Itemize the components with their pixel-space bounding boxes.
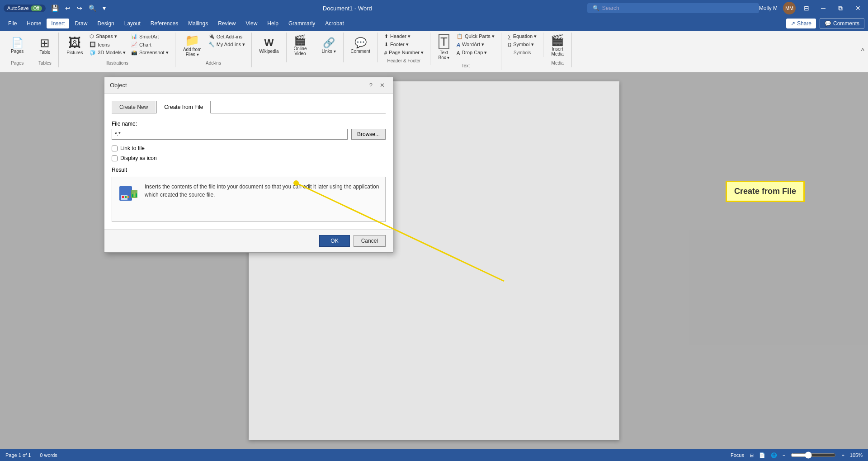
ribbon-btn-addfiles[interactable]: 📁 Add fromFiles ▾ [180,33,205,59]
ribbon-group-symbols: ∑ Equation ▾ Ω Symbol ▾ Symbols [501,33,543,57]
tab-create-new[interactable]: Create New [112,101,156,113]
menu-grammarly[interactable]: Grammarly [284,19,320,28]
layout-icon[interactable]: ⊟ [801,4,812,13]
dialog-help-button[interactable]: ? [367,81,375,89]
dialog-close-button[interactable]: ✕ [377,81,387,89]
header-icon: ⬆ [384,33,388,39]
restore-button[interactable]: ⧉ [835,4,846,13]
illustrations-col: ⬡ Shapes ▾ 🔲 Icons 🧊 3D Models ▾ [88,33,127,56]
ribbon-btn-getaddins[interactable]: 🔌 Get Add-ins [207,33,247,40]
ribbon-btn-myaddins[interactable]: 🔧 My Add-ins ▾ [207,41,247,48]
ribbon-collapse-btn[interactable]: ^ [861,47,864,56]
ribbon-btn-pictures[interactable]: 🖼 Pictures [63,33,86,59]
comments-icon: 💬 [825,20,831,27]
close-button[interactable]: ✕ [852,4,864,13]
ribbon-btn-table[interactable]: ⊞ Table [36,33,54,59]
ribbon-group-pages: 📄 Pages Pages [4,33,31,67]
ribbon-btn-textbox[interactable]: T TextBox ▾ [435,33,453,61]
customize-icon[interactable]: ▾ [101,4,108,13]
view-web-icon[interactable]: 🌐 [771,452,777,458]
ribbon-btn-pages[interactable]: 📄 Pages [8,33,26,59]
ribbon-btn-onlinevideo[interactable]: 🎬 OnlineVideo [291,33,310,59]
zoom-in-icon[interactable]: + [841,452,844,458]
menu-design[interactable]: Design [93,19,118,28]
file-name-field: File name: Browse... [112,121,386,140]
ribbon-btn-wordart[interactable]: A WordArt ▾ [455,41,496,48]
link-to-file-label: Link to file [120,145,145,151]
menu-insert[interactable]: Insert [47,19,69,28]
menu-help[interactable]: Help [263,19,283,28]
ribbon-btn-screenshot[interactable]: 📸 Screenshot ▾ [129,49,170,56]
ribbon-btn-links[interactable]: 🔗 Links ▾ [319,33,338,59]
ribbon-btn-symbol[interactable]: Ω Symbol ▾ [506,41,538,48]
smartart-icon: 📊 [131,33,137,39]
ribbon-btn-pagenumber[interactable]: # Page Number ▾ [382,49,425,56]
redo-icon[interactable]: ↪ [75,4,84,13]
autosave-toggle[interactable]: AutoSave Off [4,5,46,12]
save-icon[interactable]: 💾 [49,4,61,13]
ribbon-btn-3dmodels[interactable]: 🧊 3D Models ▾ [88,49,127,56]
ribbon: 📄 Pages Pages ⊞ Table Tables 🖼 Pictures … [0,31,868,72]
menu-acrobat[interactable]: Acrobat [321,19,348,28]
autosave-label: AutoSave [7,5,29,11]
comments-button[interactable]: 💬 Comments [820,18,864,29]
cancel-button[interactable]: Cancel [354,235,386,247]
ribbon-btn-quickparts[interactable]: 📋 Quick Parts ▾ [455,33,496,40]
callout-label: Create from File [734,187,796,196]
addfiles-icon: 📁 [185,34,199,46]
ribbon-btn-equation[interactable]: ∑ Equation ▾ [506,33,538,40]
file-name-input[interactable] [112,129,348,140]
undo-icon[interactable]: ↩ [63,4,72,13]
minimize-button[interactable]: ─ [817,4,829,13]
zoom-out-icon[interactable]: − [783,452,785,458]
avatar: MM [783,2,796,14]
focus-button[interactable]: Focus [731,452,744,458]
dropcap-icon: A [457,50,460,56]
search-input[interactable] [602,5,754,11]
ribbon-btn-chart[interactable]: 📈 Chart [129,41,170,48]
file-input-row: Browse... [112,129,386,140]
zoom-slider[interactable] [791,452,836,459]
tab-create-from-file[interactable]: Create from File [156,101,211,113]
ribbon-btn-icons[interactable]: 🔲 Icons [88,41,127,48]
ribbon-btn-wikipedia[interactable]: W Wikipedia [256,33,281,59]
text-col: 📋 Quick Parts ▾ A WordArt ▾ A Drop Cap ▾ [455,33,496,56]
view-print-icon[interactable]: 📄 [759,452,765,458]
dialog-footer: OK Cancel [104,229,393,252]
pictures-icon: 🖼 [68,37,81,49]
autosave-state[interactable]: Off [31,5,42,11]
browse-button[interactable]: Browse... [351,129,386,140]
ribbon-btn-smartart[interactable]: 📊 SmartArt [129,33,170,40]
share-button[interactable]: ↗ Share [786,19,816,28]
title-bar-right: Molly M MM ⊟ ─ ⧉ ✕ [759,2,864,14]
search-icon: 🔍 [593,5,599,11]
myaddins-icon: 🔧 [208,42,215,47]
result-label: Result [112,167,386,173]
view-normal-icon[interactable]: ⊟ [750,452,754,458]
ribbon-btn-comment[interactable]: 💬 Comment [348,33,373,59]
ribbon-btn-footer[interactable]: ⬇ Footer ▾ [382,41,425,48]
result-text: Inserts the contents of the file into yo… [145,183,380,199]
ribbon-btn-dropcap[interactable]: A Drop Cap ▾ [455,49,496,56]
menu-mailings[interactable]: Mailings [184,19,212,28]
display-as-icon-checkbox[interactable] [112,155,118,161]
ribbon-btn-shapes[interactable]: ⬡ Shapes ▾ [88,33,127,40]
search-bar[interactable]: 🔍 [587,3,759,13]
ribbon-btn-insertmedia[interactable]: 🎬 InsertMedia [548,33,567,59]
search-icon[interactable]: 🔍 [87,4,98,13]
menu-references[interactable]: References [146,19,183,28]
menu-draw[interactable]: Draw [70,19,92,28]
footer-icon: ⬇ [384,42,388,47]
menu-home[interactable]: Home [22,19,46,28]
link-to-file-checkbox[interactable] [112,146,118,151]
dialog-body: Create New Create from File File name: B… [104,94,393,229]
status-bar-right: Focus ⊟ 📄 🌐 − + 105% [731,452,863,459]
menu-review[interactable]: Review [213,19,240,28]
result-section: Result [112,167,386,222]
menu-file[interactable]: File [4,19,21,28]
ok-button[interactable]: OK [319,235,349,247]
menu-layout[interactable]: Layout [120,19,145,28]
share-icon: ↗ [791,20,795,27]
menu-view[interactable]: View [241,19,262,28]
ribbon-btn-header[interactable]: ⬆ Header ▾ [382,33,425,40]
